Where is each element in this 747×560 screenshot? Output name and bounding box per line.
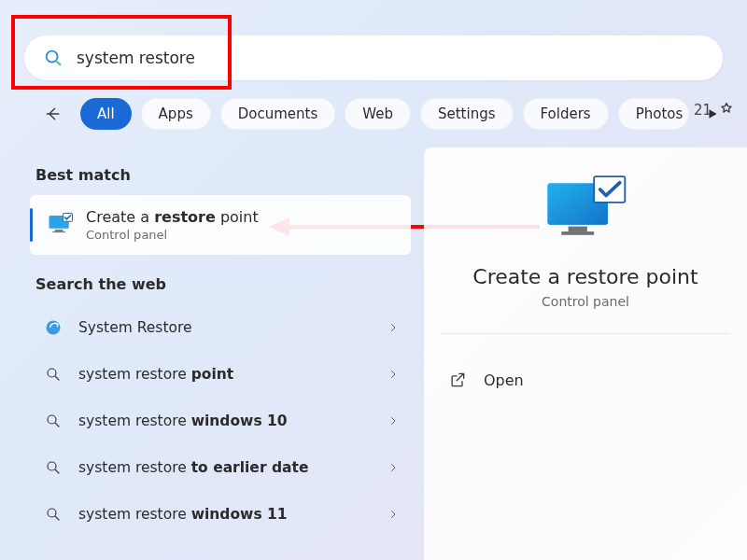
best-match-title: Create a restore point (86, 208, 259, 226)
web-result-text: system restore windows 11 (78, 506, 385, 523)
web-results-list: System Restore system restore point syst… (30, 304, 411, 538)
monitor-check-icon (543, 174, 628, 248)
search-bar[interactable] (24, 35, 723, 80)
open-label: Open (484, 371, 524, 389)
chevron-right-icon (385, 366, 402, 383)
web-result-text: System Restore (78, 319, 385, 336)
svg-rect-18 (561, 231, 594, 235)
arrow-left-icon (44, 105, 63, 123)
web-result-item[interactable]: system restore point (30, 351, 411, 398)
rewards-icon (717, 101, 736, 119)
svg-point-6 (47, 321, 61, 335)
filter-apps[interactable]: Apps (141, 98, 211, 130)
rewards-counter[interactable]: 21 (694, 101, 736, 119)
svg-point-11 (48, 462, 56, 470)
search-icon (43, 411, 63, 431)
search-icon (43, 48, 63, 68)
search-icon (43, 504, 63, 525)
web-result-item[interactable]: system restore windows 10 (30, 398, 411, 444)
pill-label: All (97, 105, 115, 122)
panel-sub: Control panel (424, 294, 747, 309)
app-icon (43, 317, 63, 338)
chevron-right-icon (385, 413, 402, 429)
filter-folders[interactable]: Folders (523, 98, 609, 130)
rewards-points: 21 (694, 102, 712, 119)
web-result-text: system restore point (78, 366, 385, 383)
svg-rect-17 (569, 227, 587, 232)
search-icon (43, 457, 63, 478)
chevron-right-icon (385, 319, 402, 336)
web-result-item[interactable]: system restore to earlier date (30, 444, 411, 491)
section-best-match: Best match (35, 166, 411, 184)
web-result-text: system restore to earlier date (78, 459, 385, 476)
svg-line-8 (55, 376, 59, 380)
monitor-check-icon (47, 211, 75, 239)
svg-line-1 (56, 61, 60, 64)
best-match-card[interactable]: Create a restore point Control panel (30, 195, 411, 255)
section-search-web: Search the web (35, 275, 411, 293)
detail-panel: Create a restore point Control panel Ope… (424, 147, 747, 560)
back-button[interactable] (41, 102, 65, 126)
pill-label: Settings (438, 105, 496, 122)
pill-label: Apps (159, 105, 193, 122)
filter-settings[interactable]: Settings (420, 98, 514, 130)
web-result-item[interactable]: System Restore (30, 304, 411, 351)
filter-web[interactable]: Web (345, 98, 411, 130)
filter-documents[interactable]: Documents (220, 98, 336, 130)
web-result-text: system restore windows 10 (78, 413, 385, 429)
svg-line-12 (55, 469, 59, 473)
pill-label: Photos (636, 105, 684, 122)
web-result-item[interactable]: system restore windows 11 (30, 491, 411, 538)
filter-all[interactable]: All (80, 98, 132, 130)
divider (441, 333, 730, 334)
svg-point-13 (48, 509, 56, 517)
svg-line-10 (55, 423, 59, 427)
search-icon (43, 364, 63, 385)
svg-rect-3 (55, 230, 63, 231)
svg-line-14 (55, 516, 59, 520)
filter-photos[interactable]: Photos (618, 98, 690, 130)
open-action[interactable]: Open (424, 358, 747, 401)
results-column: Best match Create a restore point Contro… (30, 157, 411, 538)
filter-row: All Apps Documents Web Settings Folders … (41, 95, 747, 133)
panel-title: Create a restore point (424, 265, 747, 288)
svg-point-7 (48, 369, 56, 377)
pill-label: Web (362, 105, 393, 122)
svg-rect-4 (52, 231, 65, 232)
chevron-right-icon (385, 459, 402, 476)
open-external-icon (448, 371, 467, 389)
search-input[interactable] (77, 49, 704, 67)
pill-label: Documents (238, 105, 318, 122)
svg-point-9 (48, 415, 56, 424)
pill-label: Folders (541, 105, 591, 122)
best-match-sub: Control panel (86, 228, 259, 242)
chevron-right-icon (385, 506, 402, 523)
